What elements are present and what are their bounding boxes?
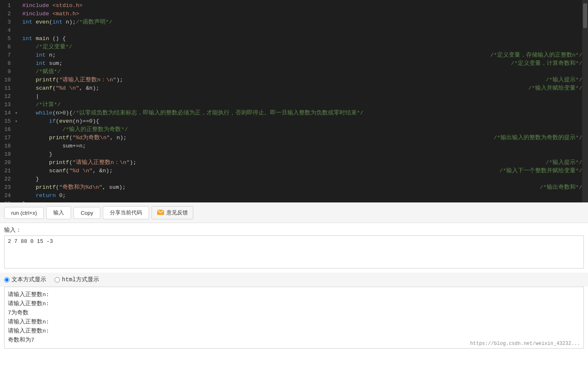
table-row: 20 printf("请输入正整数n：\n");/*输入提示*/ xyxy=(0,159,582,167)
line-number: 25 xyxy=(0,200,15,202)
list-item: 请输入正整数n: xyxy=(8,327,580,336)
input-label: 输入： xyxy=(4,226,584,234)
code-text: int even(int n);/*函数声明*/ xyxy=(21,18,582,26)
radio-text-option[interactable]: 文本方式显示 xyxy=(4,276,46,283)
toolbar: run (ctrl+x) 输入 Copy 分享当前代码 意见反馈 xyxy=(0,202,588,223)
feedback-icon xyxy=(157,209,164,216)
code-text: int sum; xyxy=(21,59,503,68)
fold-arrow[interactable]: ▾ xyxy=(15,109,21,117)
code-text: while(n>0){/*以零或负数为结束标志，即输入的整数必须为正，才能执行，… xyxy=(21,109,582,117)
code-editor: 1#include <stdio.h>2#include <math.h>3in… xyxy=(0,0,588,202)
code-text: printf("请输入正整数n：\n"); xyxy=(21,159,538,167)
line-number: 7 xyxy=(0,51,15,59)
table-row: 3int even(int n);/*函数声明*/ xyxy=(0,18,582,26)
code-text: scanf("%d \n", &n); xyxy=(21,167,491,175)
code-text: } xyxy=(21,175,582,183)
input-textarea[interactable] xyxy=(4,235,584,268)
input-button[interactable]: 输入 xyxy=(46,206,71,219)
line-number: 14 xyxy=(0,109,15,117)
share-button[interactable]: 分享当前代码 xyxy=(103,206,149,219)
run-button[interactable]: run (ctrl+x) xyxy=(4,207,44,219)
line-number: 6 xyxy=(0,43,15,51)
code-content[interactable]: 1#include <stdio.h>2#include <math.h>3in… xyxy=(0,0,582,202)
radio-html-option[interactable]: html方式显示 xyxy=(55,276,99,283)
output-section: 请输入正整数n:请输入正整数n:7为奇数请输入正整数n:请输入正整数n:奇数和为… xyxy=(4,287,584,349)
code-text: printf("奇数和为%d\n", sum); xyxy=(21,183,532,192)
line-number: 22 xyxy=(0,175,15,183)
table-row: 24 return 0; xyxy=(0,192,582,200)
table-row: 18 sum+=n; xyxy=(0,142,582,150)
table-row: 16 /*输入的正整数为奇数*/ xyxy=(0,126,582,134)
line-number: 10 xyxy=(0,76,15,84)
line-number: 15 xyxy=(0,117,15,126)
code-text: /*赋值*/ xyxy=(21,68,582,76)
scrollbar[interactable] xyxy=(582,0,588,202)
table-row: 13 /*计算*/ xyxy=(0,101,582,109)
inline-comment: /*输入提示*/ xyxy=(538,76,582,84)
list-item: 7为奇数 xyxy=(8,309,580,318)
line-number: 12 xyxy=(0,93,15,101)
code-text: sum+=n; xyxy=(21,142,582,150)
inline-comment: /*输入并赋给变量*/ xyxy=(520,84,582,93)
inline-comment: /*输出输入的整数为奇数的提示*/ xyxy=(486,134,582,142)
table-row: 19 } xyxy=(0,150,582,159)
code-text: } xyxy=(21,150,582,159)
table-row: 12 | xyxy=(0,93,582,101)
feedback-label: 意见反馈 xyxy=(166,209,188,216)
table-row: 7 int n;/*定义变量，存储输入的正整数n*/ xyxy=(0,51,582,59)
table-row: 17 printf("%d为奇数\n", n);/*输出输入的整数为奇数的提示*… xyxy=(0,134,582,142)
feedback-button[interactable]: 意见反馈 xyxy=(152,206,193,219)
table-row: 4 xyxy=(0,26,582,35)
code-text: return 0; xyxy=(21,192,582,200)
code-text: #include <stdio.h> xyxy=(21,2,582,10)
line-number: 21 xyxy=(0,167,15,175)
table-row: 25} xyxy=(0,200,582,202)
line-number: 24 xyxy=(0,192,15,200)
table-row: 8 int sum;/*定义变量，计算奇数和*/ xyxy=(0,59,582,68)
line-number: 13 xyxy=(0,101,15,109)
list-item: 请输入正整数n: xyxy=(8,290,580,299)
radio-section: 文本方式显示 html方式显示 xyxy=(0,273,588,287)
line-number: 3 xyxy=(0,18,15,26)
line-number: 23 xyxy=(0,183,15,192)
code-text: /*定义变量*/ xyxy=(21,43,582,51)
line-number: 16 xyxy=(0,126,15,134)
radio-text-input[interactable] xyxy=(4,277,9,283)
radio-html-label: html方式显示 xyxy=(62,276,99,283)
line-number: 18 xyxy=(0,142,15,150)
table-row: 21 scanf("%d \n", &n);/*输入下一个整数并赋给变量*/ xyxy=(0,167,582,175)
table-row: 10 printf("请输入正整数n：\n");/*输入提示*/ xyxy=(0,76,582,84)
list-item: 请输入正整数n: xyxy=(8,318,580,327)
line-number: 20 xyxy=(0,159,15,167)
line-number: 8 xyxy=(0,59,15,68)
line-number: 2 xyxy=(0,10,15,18)
table-row: 9 /*赋值*/ xyxy=(0,68,582,76)
code-text: /*输入的正整数为奇数*/ xyxy=(21,126,582,134)
radio-text-label: 文本方式显示 xyxy=(12,276,46,283)
code-text: printf("请输入正整数n：\n"); xyxy=(21,76,538,84)
scrollbar-thumb[interactable] xyxy=(583,3,587,28)
table-row: 6 /*定义变量*/ xyxy=(0,43,582,51)
copy-button[interactable]: Copy xyxy=(74,207,100,219)
radio-html-input[interactable] xyxy=(55,277,60,283)
table-row: 15▾ if(even(n)==0){ xyxy=(0,117,582,126)
code-text: int n; xyxy=(21,51,482,59)
input-section: 输入： xyxy=(0,223,588,273)
line-number: 5 xyxy=(0,35,15,43)
code-text: scanf("%d \n", &n); xyxy=(21,84,520,93)
code-text: | xyxy=(21,93,582,101)
table-row: 14▾ while(n>0){/*以零或负数为结束标志，即输入的整数必须为正，才… xyxy=(0,109,582,117)
code-text: #include <math.h> xyxy=(21,10,582,18)
table-row: 2#include <math.h> xyxy=(0,10,582,18)
table-row: 11 scanf("%d \n", &n);/*输入并赋给变量*/ xyxy=(0,84,582,93)
table-row: 23 printf("奇数和为%d\n", sum);/*输出奇数和*/ xyxy=(0,183,582,192)
inline-comment: /*输入下一个整数并赋给变量*/ xyxy=(491,167,582,175)
line-number: 19 xyxy=(0,150,15,159)
list-item: 请输入正整数n: xyxy=(8,299,580,309)
fold-arrow[interactable]: ▾ xyxy=(15,117,21,126)
line-number: 11 xyxy=(0,84,15,93)
line-number: 9 xyxy=(0,68,15,76)
inline-comment: /*定义变量，存储输入的正整数n*/ xyxy=(482,51,582,59)
inline-comment: /*输入提示*/ xyxy=(538,159,582,167)
line-number: 1 xyxy=(0,2,15,10)
